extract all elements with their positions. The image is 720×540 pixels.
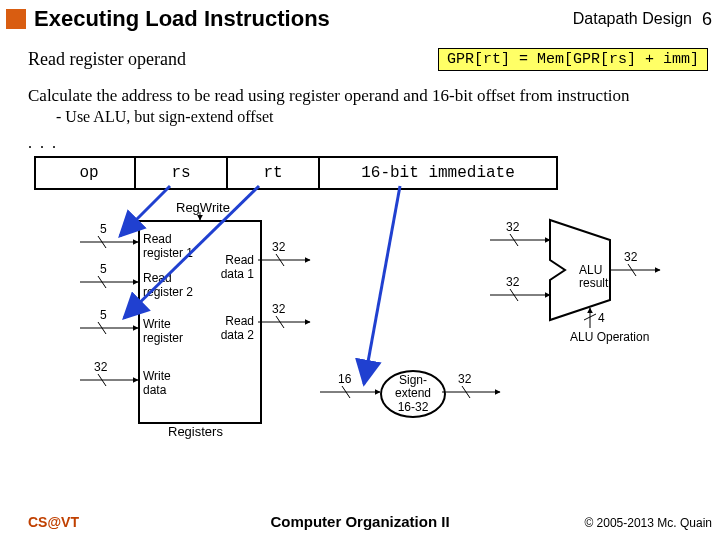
- step-label: Read register operand: [28, 49, 186, 70]
- ellipsis: . . .: [28, 134, 58, 152]
- slide-title: Executing Load Instructions: [34, 6, 573, 32]
- bit-5a: 5: [100, 222, 107, 236]
- bit-5c: 5: [100, 308, 107, 322]
- bit-32b: 32: [272, 240, 286, 254]
- arrow-rt-to-writereg: [124, 186, 259, 318]
- description-line-1: Calculate the address to be read using r…: [28, 86, 708, 106]
- bit-32d: 32: [458, 372, 472, 386]
- bit-5b: 5: [100, 262, 107, 276]
- alu-shape: [550, 220, 610, 320]
- field-op: op: [36, 158, 136, 188]
- field-rs: rs: [136, 158, 228, 188]
- slide-number: 6: [702, 9, 712, 30]
- description-line-2: - Use ALU, but sign-extend offset: [56, 108, 273, 126]
- bit-32e: 32: [506, 220, 520, 234]
- rtL-code: GPR[rt] = Mem[GPR[rs] + imm]: [438, 48, 708, 71]
- bit-32a: 32: [94, 360, 108, 374]
- footer-right: © 2005-2013 Mc. Quain: [584, 516, 712, 530]
- bit-16: 16: [338, 372, 352, 386]
- bit-32f: 32: [506, 275, 520, 289]
- arrow-imm-to-signext: [364, 186, 400, 384]
- title-accent-box: [6, 9, 26, 29]
- field-imm: 16-bit immediate: [320, 158, 556, 188]
- bit-4: 4: [598, 311, 605, 325]
- chapter-label: Datapath Design: [573, 10, 692, 28]
- bit-32c: 32: [272, 302, 286, 316]
- instruction-fields: op rs rt 16-bit immediate: [34, 156, 558, 190]
- wires-svg: 5 5 5 32 32 32 16 32: [40, 200, 690, 480]
- arrow-rs-to-readreg1: [120, 186, 170, 236]
- bit-32g: 32: [624, 250, 638, 264]
- datapath-diagram: RegWrite Registers Readregister 1 Readre…: [40, 200, 690, 480]
- field-rt: rt: [228, 158, 320, 188]
